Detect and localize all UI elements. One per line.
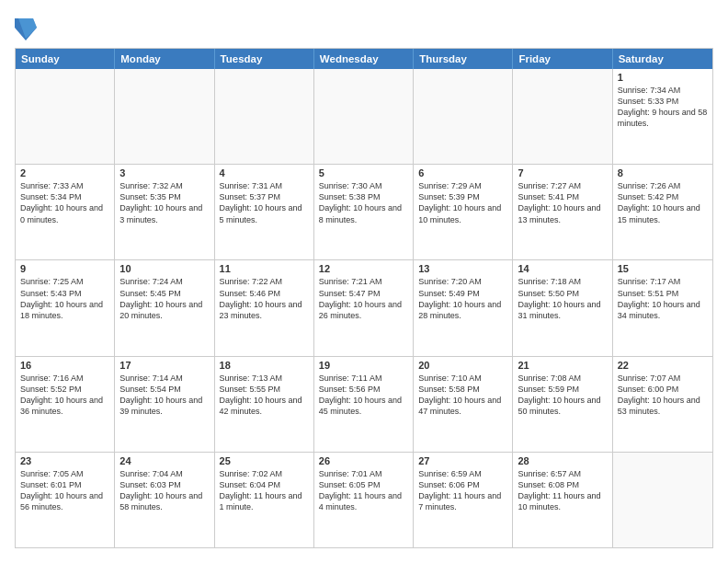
day-info: Sunrise: 7:16 AM Sunset: 5:52 PM Dayligh… <box>20 373 109 418</box>
day-number: 4 <box>220 167 309 178</box>
day-number: 23 <box>20 455 109 466</box>
calendar-cell-4-0: 23Sunrise: 7:05 AM Sunset: 6:01 PM Dayli… <box>16 453 115 547</box>
calendar-cell-0-0 <box>16 69 115 164</box>
calendar-cell-2-3: 12Sunrise: 7:21 AM Sunset: 5:47 PM Dayli… <box>314 260 414 355</box>
calendar-cell-3-5: 21Sunrise: 7:08 AM Sunset: 5:59 PM Dayli… <box>513 357 612 452</box>
day-info: Sunrise: 7:04 AM Sunset: 6:03 PM Dayligh… <box>119 468 209 513</box>
day-info: Sunrise: 7:14 AM Sunset: 5:54 PM Dayligh… <box>119 373 209 418</box>
day-number: 28 <box>518 455 607 466</box>
calendar-cell-4-3: 26Sunrise: 7:01 AM Sunset: 6:05 PM Dayli… <box>314 453 414 547</box>
day-info: Sunrise: 7:32 AM Sunset: 5:35 PM Dayligh… <box>119 180 209 225</box>
calendar-header: Sunday Monday Tuesday Wednesday Thursday… <box>16 49 712 69</box>
calendar-cell-2-4: 13Sunrise: 7:20 AM Sunset: 5:49 PM Dayli… <box>414 260 513 355</box>
day-info: Sunrise: 7:01 AM Sunset: 6:05 PM Dayligh… <box>319 468 408 513</box>
day-info: Sunrise: 7:17 AM Sunset: 5:51 PM Dayligh… <box>618 276 708 321</box>
calendar-cell-0-2 <box>215 69 314 164</box>
calendar-row-3: 16Sunrise: 7:16 AM Sunset: 5:52 PM Dayli… <box>16 356 712 452</box>
calendar-cell-1-1: 3Sunrise: 7:32 AM Sunset: 5:35 PM Daylig… <box>115 165 214 259</box>
weekday-sunday: Sunday <box>16 49 115 69</box>
day-number: 22 <box>618 360 708 371</box>
day-number: 25 <box>220 455 309 466</box>
calendar-row-4: 23Sunrise: 7:05 AM Sunset: 6:01 PM Dayli… <box>16 452 712 547</box>
day-info: Sunrise: 6:59 AM Sunset: 6:06 PM Dayligh… <box>418 468 507 513</box>
header <box>15 15 713 40</box>
day-number: 17 <box>119 360 209 371</box>
day-info: Sunrise: 7:29 AM Sunset: 5:39 PM Dayligh… <box>418 180 507 225</box>
day-info: Sunrise: 7:34 AM Sunset: 5:33 PM Dayligh… <box>618 85 708 130</box>
day-number: 21 <box>518 360 607 371</box>
day-number: 9 <box>20 263 109 274</box>
calendar-cell-4-5: 28Sunrise: 6:57 AM Sunset: 6:08 PM Dayli… <box>513 453 612 547</box>
calendar-cell-2-5: 14Sunrise: 7:18 AM Sunset: 5:50 PM Dayli… <box>513 260 612 355</box>
calendar-cell-1-0: 2Sunrise: 7:33 AM Sunset: 5:34 PM Daylig… <box>16 165 115 259</box>
day-info: Sunrise: 7:20 AM Sunset: 5:49 PM Dayligh… <box>418 276 507 321</box>
day-info: Sunrise: 7:33 AM Sunset: 5:34 PM Dayligh… <box>20 180 109 225</box>
day-number: 5 <box>319 167 408 178</box>
calendar-cell-0-4 <box>414 69 513 164</box>
weekday-thursday: Thursday <box>414 49 513 69</box>
weekday-wednesday: Wednesday <box>314 49 414 69</box>
calendar-cell-3-6: 22Sunrise: 7:07 AM Sunset: 6:00 PM Dayli… <box>613 357 712 452</box>
calendar-cell-3-2: 18Sunrise: 7:13 AM Sunset: 5:55 PM Dayli… <box>215 357 314 452</box>
day-info: Sunrise: 7:22 AM Sunset: 5:46 PM Dayligh… <box>220 276 309 321</box>
day-number: 7 <box>518 167 607 178</box>
calendar-cell-3-4: 20Sunrise: 7:10 AM Sunset: 5:58 PM Dayli… <box>414 357 513 452</box>
day-info: Sunrise: 7:21 AM Sunset: 5:47 PM Dayligh… <box>319 276 408 321</box>
day-info: Sunrise: 7:05 AM Sunset: 6:01 PM Dayligh… <box>20 468 109 513</box>
day-info: Sunrise: 7:26 AM Sunset: 5:42 PM Dayligh… <box>618 180 708 225</box>
calendar-cell-2-2: 11Sunrise: 7:22 AM Sunset: 5:46 PM Dayli… <box>215 260 314 355</box>
day-info: Sunrise: 7:27 AM Sunset: 5:41 PM Dayligh… <box>518 180 607 225</box>
calendar-cell-1-2: 4Sunrise: 7:31 AM Sunset: 5:37 PM Daylig… <box>215 165 314 259</box>
weekday-tuesday: Tuesday <box>215 49 314 69</box>
day-info: Sunrise: 7:25 AM Sunset: 5:43 PM Dayligh… <box>20 276 109 321</box>
calendar-row-0: 1Sunrise: 7:34 AM Sunset: 5:33 PM Daylig… <box>16 69 712 164</box>
day-number: 20 <box>418 360 507 371</box>
calendar-cell-3-0: 16Sunrise: 7:16 AM Sunset: 5:52 PM Dayli… <box>16 357 115 452</box>
day-number: 11 <box>220 263 309 274</box>
calendar-cell-2-0: 9Sunrise: 7:25 AM Sunset: 5:43 PM Daylig… <box>16 260 115 355</box>
day-info: Sunrise: 7:24 AM Sunset: 5:45 PM Dayligh… <box>119 276 209 321</box>
calendar-cell-3-3: 19Sunrise: 7:11 AM Sunset: 5:56 PM Dayli… <box>314 357 414 452</box>
calendar-cell-4-1: 24Sunrise: 7:04 AM Sunset: 6:03 PM Dayli… <box>115 453 214 547</box>
day-info: Sunrise: 6:57 AM Sunset: 6:08 PM Dayligh… <box>518 468 607 513</box>
calendar-body: 1Sunrise: 7:34 AM Sunset: 5:33 PM Daylig… <box>16 69 712 547</box>
calendar-cell-3-1: 17Sunrise: 7:14 AM Sunset: 5:54 PM Dayli… <box>115 357 214 452</box>
calendar-cell-4-4: 27Sunrise: 6:59 AM Sunset: 6:06 PM Dayli… <box>414 453 513 547</box>
day-number: 18 <box>220 360 309 371</box>
weekday-saturday: Saturday <box>613 49 712 69</box>
day-number: 15 <box>618 263 708 274</box>
day-info: Sunrise: 7:07 AM Sunset: 6:00 PM Dayligh… <box>618 373 708 418</box>
day-number: 14 <box>518 263 607 274</box>
day-number: 8 <box>618 167 708 178</box>
day-number: 16 <box>20 360 109 371</box>
calendar-cell-4-2: 25Sunrise: 7:02 AM Sunset: 6:04 PM Dayli… <box>215 453 314 547</box>
day-number: 12 <box>319 263 408 274</box>
calendar-cell-4-6 <box>613 453 712 547</box>
calendar-cell-0-5 <box>513 69 612 164</box>
calendar-cell-0-1 <box>115 69 214 164</box>
day-number: 19 <box>319 360 408 371</box>
day-info: Sunrise: 7:18 AM Sunset: 5:50 PM Dayligh… <box>518 276 607 321</box>
day-number: 6 <box>418 167 507 178</box>
day-number: 24 <box>119 455 209 466</box>
calendar-cell-1-4: 6Sunrise: 7:29 AM Sunset: 5:39 PM Daylig… <box>414 165 513 259</box>
logo <box>15 15 40 40</box>
day-number: 1 <box>618 72 708 83</box>
calendar-row-2: 9Sunrise: 7:25 AM Sunset: 5:43 PM Daylig… <box>16 259 712 355</box>
calendar-cell-2-6: 15Sunrise: 7:17 AM Sunset: 5:51 PM Dayli… <box>613 260 712 355</box>
weekday-friday: Friday <box>513 49 612 69</box>
day-info: Sunrise: 7:10 AM Sunset: 5:58 PM Dayligh… <box>418 373 507 418</box>
day-number: 27 <box>418 455 507 466</box>
calendar-cell-2-1: 10Sunrise: 7:24 AM Sunset: 5:45 PM Dayli… <box>115 260 214 355</box>
calendar: Sunday Monday Tuesday Wednesday Thursday… <box>15 48 713 548</box>
day-info: Sunrise: 7:08 AM Sunset: 5:59 PM Dayligh… <box>518 373 607 418</box>
day-number: 26 <box>319 455 408 466</box>
calendar-cell-1-3: 5Sunrise: 7:30 AM Sunset: 5:38 PM Daylig… <box>314 165 414 259</box>
day-number: 10 <box>119 263 209 274</box>
calendar-cell-0-6: 1Sunrise: 7:34 AM Sunset: 5:33 PM Daylig… <box>613 69 712 164</box>
logo-icon <box>15 15 37 40</box>
day-number: 13 <box>418 263 507 274</box>
day-info: Sunrise: 7:02 AM Sunset: 6:04 PM Dayligh… <box>220 468 309 513</box>
calendar-cell-1-5: 7Sunrise: 7:27 AM Sunset: 5:41 PM Daylig… <box>513 165 612 259</box>
day-number: 3 <box>119 167 209 178</box>
